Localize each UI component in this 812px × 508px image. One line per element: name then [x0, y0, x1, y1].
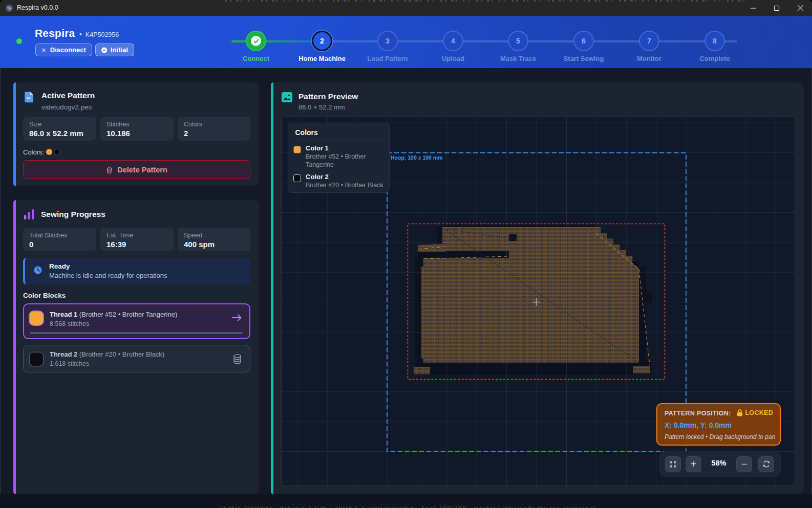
svg-text:Hoop: 100 x 100 mm: Hoop: 100 x 100 mm: [391, 154, 443, 161]
